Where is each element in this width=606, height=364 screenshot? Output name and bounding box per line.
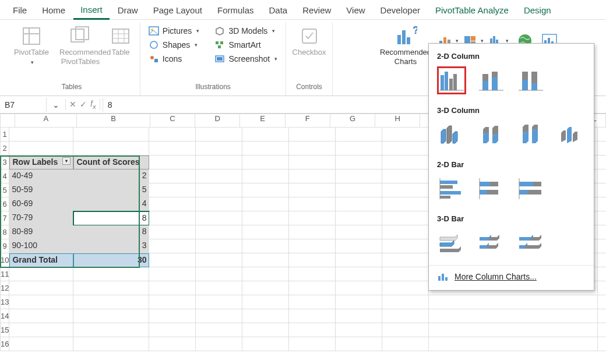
- stacked-bar-3d[interactable]: [477, 229, 506, 257]
- cell[interactable]: [598, 197, 606, 211]
- cell[interactable]: [149, 267, 196, 281]
- fx-button[interactable]: fx: [90, 99, 96, 110]
- cell[interactable]: [382, 197, 429, 211]
- cell[interactable]: [382, 169, 429, 183]
- shapes-button[interactable]: Shapes▾: [145, 38, 203, 51]
- col-header[interactable]: E: [240, 114, 285, 128]
- 100-stacked-column-3d[interactable]: [516, 121, 545, 149]
- cell[interactable]: [382, 239, 429, 253]
- tab-view[interactable]: View: [339, 2, 372, 19]
- cell[interactable]: [289, 211, 336, 225]
- cell[interactable]: [9, 309, 73, 323]
- cell[interactable]: [598, 253, 606, 267]
- name-box[interactable]: B7: [0, 98, 47, 112]
- cell[interactable]: [382, 225, 429, 239]
- cell[interactable]: [289, 309, 336, 323]
- cell[interactable]: [149, 281, 196, 295]
- screenshot-button[interactable]: Screenshot▾: [211, 52, 281, 65]
- cell[interactable]: [9, 281, 73, 295]
- cell[interactable]: [196, 169, 242, 183]
- cell[interactable]: [242, 337, 289, 351]
- cell[interactable]: [242, 156, 289, 169]
- clustered-bar-2d[interactable]: [437, 175, 466, 203]
- clustered-column-2d[interactable]: [437, 66, 466, 94]
- cell[interactable]: [196, 197, 242, 211]
- pivot-row-value[interactable]: 3: [73, 239, 149, 253]
- cell[interactable]: [149, 183, 196, 197]
- formula-accept[interactable]: ✓: [80, 100, 87, 109]
- column-3d[interactable]: [556, 121, 585, 149]
- cell[interactable]: [242, 253, 289, 267]
- cell[interactable]: [149, 156, 196, 169]
- col-header[interactable]: D: [195, 114, 240, 128]
- cell[interactable]: [9, 295, 73, 309]
- pivot-row-value[interactable]: 5: [73, 183, 149, 197]
- tab-design[interactable]: Design: [517, 2, 558, 19]
- cell[interactable]: [289, 323, 336, 337]
- cell[interactable]: [382, 281, 429, 295]
- pivot-row-value[interactable]: 8: [73, 225, 149, 239]
- row-header[interactable]: 7: [0, 211, 9, 225]
- 100-stacked-column-2d[interactable]: [516, 66, 545, 94]
- clustered-bar-3d[interactable]: [437, 229, 466, 257]
- pictures-button[interactable]: Pictures▾: [145, 24, 203, 37]
- cell[interactable]: [382, 267, 429, 281]
- cell[interactable]: [242, 323, 289, 337]
- cell[interactable]: [149, 142, 196, 156]
- cell[interactable]: [382, 211, 429, 225]
- cell[interactable]: [382, 295, 429, 309]
- cell[interactable]: [149, 309, 196, 323]
- cell[interactable]: [598, 183, 606, 197]
- tab-formulas[interactable]: Formulas: [210, 2, 261, 19]
- cell[interactable]: [382, 337, 429, 351]
- cell[interactable]: [289, 197, 336, 211]
- pivot-row-label[interactable]: 40-49: [9, 169, 73, 183]
- cell[interactable]: [149, 323, 196, 337]
- cell[interactable]: [598, 225, 606, 239]
- cell[interactable]: [336, 128, 382, 142]
- cell[interactable]: [598, 142, 606, 156]
- cell[interactable]: [598, 211, 606, 225]
- cell[interactable]: [242, 309, 289, 323]
- cell[interactable]: [336, 183, 382, 197]
- formula-cancel[interactable]: ✕: [69, 100, 76, 109]
- 3d-models-button[interactable]: 3D Models▾: [211, 24, 281, 37]
- cell[interactable]: [73, 323, 149, 337]
- cell[interactable]: [149, 239, 196, 253]
- pivot-row-value-active[interactable]: 8: [73, 211, 149, 225]
- cell[interactable]: [73, 267, 149, 281]
- cell[interactable]: [336, 267, 382, 281]
- cell[interactable]: [429, 295, 598, 309]
- name-box-dropdown[interactable]: ⌄: [49, 100, 63, 109]
- cell[interactable]: [336, 197, 382, 211]
- cell[interactable]: [196, 239, 242, 253]
- cell[interactable]: [336, 337, 382, 351]
- cell[interactable]: [598, 128, 606, 142]
- cell[interactable]: [289, 128, 336, 142]
- cell[interactable]: [73, 337, 149, 351]
- cell[interactable]: [242, 281, 289, 295]
- row-header[interactable]: 5: [0, 183, 9, 197]
- cell[interactable]: [382, 142, 429, 156]
- stacked-column-3d[interactable]: [477, 121, 506, 149]
- row-header[interactable]: 15: [0, 323, 9, 337]
- cell[interactable]: [598, 323, 606, 337]
- cell[interactable]: [196, 281, 242, 295]
- cell[interactable]: [289, 183, 336, 197]
- cell[interactable]: [289, 156, 336, 169]
- cell[interactable]: [289, 225, 336, 239]
- 100-stacked-bar-3d[interactable]: [516, 229, 545, 257]
- pivot-row-value[interactable]: 2: [73, 169, 149, 183]
- cell[interactable]: [149, 169, 196, 183]
- cell[interactable]: [242, 169, 289, 183]
- col-header[interactable]: C: [150, 114, 195, 128]
- cell[interactable]: [73, 128, 149, 142]
- cell[interactable]: [336, 225, 382, 239]
- cell[interactable]: [336, 281, 382, 295]
- cell[interactable]: [9, 128, 73, 142]
- cell[interactable]: [429, 323, 598, 337]
- recommended-pivottables-button[interactable]: Recommended PivotTables: [57, 23, 104, 67]
- cell[interactable]: [336, 156, 382, 169]
- row-header[interactable]: 3: [0, 156, 9, 169]
- pivot-row-value[interactable]: 4: [73, 197, 149, 211]
